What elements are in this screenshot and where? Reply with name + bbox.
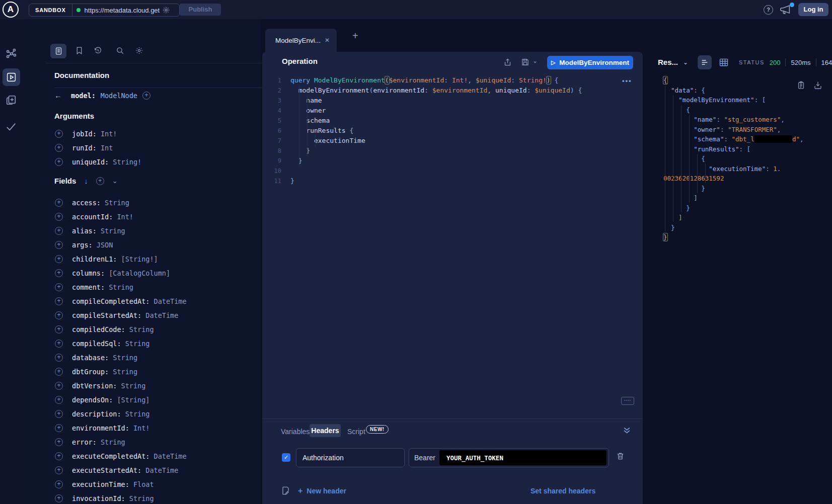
plus-circle-icon[interactable]: +	[55, 368, 63, 376]
auth-token-field[interactable]: YOUR_AUTH_TOKEN	[439, 450, 607, 465]
trash-icon[interactable]	[616, 451, 625, 461]
doc-field-row[interactable]: +compileStartedAt: DateTime	[45, 308, 283, 322]
tab-modelbyenvironment[interactable]: ModelByEnvi... ✕	[265, 29, 337, 52]
doc-field-row[interactable]: +childrenL1: [String!]	[45, 252, 283, 266]
plus-circle-icon[interactable]: +	[55, 325, 63, 333]
endpoint-url-box[interactable]: https://metadata.cloud.get	[72, 4, 179, 16]
plus-circle-icon[interactable]: +	[55, 438, 63, 446]
doc-field-row[interactable]: +runId: Int	[45, 141, 283, 155]
endpoint-gear-icon[interactable]	[162, 6, 170, 14]
tab-script[interactable]: Script	[347, 428, 365, 436]
plus-circle-icon[interactable]: +	[55, 227, 63, 235]
settings-icon[interactable]	[135, 46, 144, 55]
plus-circle-icon[interactable]: +	[55, 130, 63, 138]
doc-field-row[interactable]: +database: String	[45, 351, 283, 365]
explorer-play-icon[interactable]	[3, 68, 20, 86]
doc-field-row[interactable]: +columns: [CatalogColumn]	[45, 266, 283, 280]
plus-circle-icon[interactable]: +	[55, 354, 63, 362]
checklist-icon[interactable]	[6, 121, 17, 132]
sort-down-icon[interactable]: ↓	[84, 177, 88, 185]
plus-circle-icon[interactable]: +	[55, 340, 63, 348]
doc-field-row[interactable]: +compiledSql: String	[45, 337, 283, 351]
query-editor[interactable]: 1query ModelByEnvironment($environmentId…	[262, 75, 639, 186]
plus-circle-icon[interactable]: +	[55, 452, 63, 460]
plus-circle-icon[interactable]: +	[55, 410, 63, 418]
plus-circle-icon[interactable]: +	[55, 283, 63, 291]
graph-icon[interactable]	[6, 48, 17, 59]
doc-field-row[interactable]: +alias: String	[45, 224, 283, 238]
doc-field-row[interactable]: +dbtVersion: String	[45, 379, 283, 393]
doc-field-row[interactable]: +invocationId: String	[45, 491, 283, 504]
tab-variables[interactable]: Variables	[281, 428, 310, 436]
doc-field-row[interactable]: +jobId: Int!	[45, 127, 283, 141]
response-title[interactable]: Res...	[658, 58, 678, 66]
save-icon[interactable]	[521, 58, 530, 67]
plus-circle-icon[interactable]: +	[55, 466, 63, 474]
breadcrumb-type[interactable]: ModelNode	[101, 92, 137, 100]
new-tab-icon[interactable]: +	[352, 30, 358, 42]
plus-circle-icon[interactable]: +	[55, 311, 63, 319]
help-icon[interactable]: ?	[764, 5, 773, 15]
plus-circle-icon[interactable]: +	[55, 480, 63, 488]
env-pencil-icon[interactable]	[281, 485, 290, 496]
doc-field-row[interactable]: +comment: String	[45, 280, 283, 294]
keyboard-icon[interactable]: ••••	[621, 397, 634, 405]
history-icon[interactable]	[94, 46, 103, 55]
doc-field-row[interactable]: +dependsOn: [String]	[45, 393, 283, 407]
doc-field-row[interactable]: +args: JSON	[45, 238, 283, 252]
doc-field-row[interactable]: +uniqueId: String!	[45, 155, 283, 169]
new-header-button[interactable]: + New header	[298, 486, 346, 495]
chevron-down-icon[interactable]: ⌄	[533, 57, 538, 64]
plus-circle-icon[interactable]: +	[55, 494, 63, 502]
doc-field-row[interactable]: +executeCompletedAt: DateTime	[45, 449, 283, 463]
tab-headers[interactable]: Headers	[310, 424, 341, 437]
doc-field-row[interactable]: +environmentId: Int!	[45, 421, 283, 435]
doc-field-row[interactable]: +description: String	[45, 407, 283, 421]
header-key-input[interactable]: Authorization	[296, 448, 405, 467]
code-token: runResults	[306, 127, 345, 134]
doc-field-row[interactable]: +compiledCode: String	[45, 322, 283, 337]
plus-circle-icon[interactable]: +	[96, 177, 104, 185]
set-shared-headers-button[interactable]: Set shared headers	[531, 487, 595, 495]
doc-field-row[interactable]: +accountId: Int!	[45, 210, 283, 224]
endpoint-url-input[interactable]: https://metadata.cloud.get	[85, 7, 161, 14]
plus-circle-icon[interactable]: +	[55, 241, 63, 249]
back-arrow-icon[interactable]: ←	[54, 91, 62, 100]
doc-field-row[interactable]: +dbtGroup: String	[45, 365, 283, 379]
doc-field-row[interactable]: +executionTime: Float	[45, 477, 283, 491]
chevron-down-icon[interactable]: ⌄	[683, 59, 688, 66]
plus-circle-icon[interactable]: +	[142, 92, 150, 100]
operations-icon[interactable]	[6, 95, 17, 106]
login-button[interactable]: Log in	[798, 3, 828, 16]
doc-field-row[interactable]: +executeStartedAt: DateTime	[45, 463, 283, 477]
apollo-logo[interactable]: A	[3, 2, 19, 18]
publish-button[interactable]: Publish	[180, 4, 221, 16]
collapse-down-icon[interactable]	[623, 427, 631, 434]
plus-circle-icon[interactable]: +	[55, 396, 63, 404]
table-view-icon[interactable]	[719, 57, 729, 67]
plus-circle-icon[interactable]: +	[55, 382, 63, 390]
megaphone-icon[interactable]	[780, 5, 791, 15]
plus-circle-icon[interactable]: +	[55, 255, 63, 263]
document-icon[interactable]	[50, 44, 66, 58]
bookmark-icon[interactable]	[75, 46, 84, 55]
doc-field-row[interactable]: +compileCompletedAt: DateTime	[45, 294, 283, 308]
plus-circle-icon[interactable]: +	[55, 213, 63, 221]
doc-field-row[interactable]: +error: String	[45, 435, 283, 449]
plus-circle-icon[interactable]: +	[55, 158, 63, 166]
text-view-icon[interactable]	[698, 55, 712, 69]
plus-circle-icon[interactable]: +	[55, 424, 63, 432]
search-icon[interactable]	[116, 46, 125, 55]
chevron-down-icon[interactable]: ⌄	[112, 177, 118, 185]
plus-circle-icon[interactable]: +	[55, 297, 63, 305]
plus-circle-icon[interactable]: +	[55, 269, 63, 277]
plus-circle-icon[interactable]: +	[55, 199, 63, 207]
plus-circle-icon[interactable]: +	[55, 144, 63, 152]
sandbox-badge[interactable]: SANDBOX	[29, 4, 72, 16]
header-value-input[interactable]: Bearer YOUR_AUTH_TOKEN	[409, 448, 609, 467]
header-enabled-checkbox[interactable]: ✓	[282, 453, 290, 462]
share-icon[interactable]	[503, 58, 512, 67]
doc-field-row[interactable]: +access: String	[45, 196, 283, 210]
close-icon[interactable]: ✕	[325, 37, 330, 44]
run-button[interactable]: ▷ ModelByEnvironment	[547, 56, 633, 69]
